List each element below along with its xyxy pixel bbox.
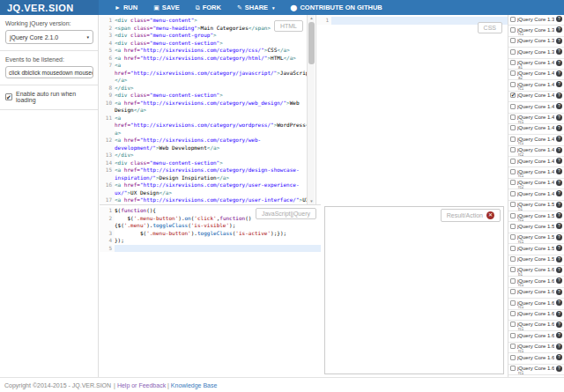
version-info-icon[interactable]: ? bbox=[556, 92, 562, 99]
contribute-github-button[interactable]: ⬤CONTRIBUTE ON GITHUB bbox=[291, 4, 382, 11]
version-info-icon[interactable]: ? bbox=[556, 16, 562, 22]
version-info-icon[interactable]: ? bbox=[556, 300, 562, 306]
version-info-icon[interactable]: ? bbox=[556, 245, 562, 251]
version-info-icon[interactable]: ? bbox=[556, 256, 562, 263]
version-checkbox[interactable] bbox=[510, 278, 516, 284]
version-checkbox[interactable] bbox=[510, 60, 516, 65]
version-item[interactable]: jQuery Core 1.5.1? bbox=[508, 244, 564, 255]
code-line[interactable]: 14<div class="menu-content-section"> bbox=[100, 159, 315, 167]
code-line[interactable]: 13</div> bbox=[100, 152, 315, 159]
version-info-icon[interactable]: ? bbox=[556, 115, 562, 121]
version-info-icon[interactable]: ? bbox=[556, 48, 562, 55]
version-item[interactable]: jQuery Core 1.4.1? bbox=[508, 102, 564, 113]
footer-link-help-or-feedback[interactable]: Help or Feedback bbox=[117, 382, 166, 388]
version-checkbox[interactable] bbox=[510, 82, 516, 87]
version-checkbox[interactable] bbox=[510, 191, 516, 196]
version-item[interactable]: jQuery Core 1.3.0? bbox=[508, 15, 564, 26]
version-item[interactable]: jQuery Core 1.6.3?rc1 bbox=[508, 343, 564, 353]
html-editor-scrollbar[interactable]: ▲ ▼ bbox=[307, 15, 315, 204]
version-checkbox[interactable] bbox=[510, 234, 516, 240]
version-checkbox[interactable] bbox=[510, 213, 516, 218]
code-line[interactable]: 16<a href="http://sixrevisions.com/categ… bbox=[100, 181, 315, 196]
save-button[interactable]: ▣SAVE bbox=[153, 4, 180, 11]
version-checkbox[interactable] bbox=[510, 115, 516, 120]
code-line[interactable]: 5<a href="http://sixrevisions.com/catego… bbox=[100, 47, 315, 55]
version-checkbox[interactable] bbox=[510, 300, 516, 306]
version-item[interactable]: jQuery Core 1.6.3? bbox=[508, 353, 564, 364]
code-line[interactable]: 9<div class="menu-content-section"> bbox=[100, 92, 315, 100]
version-item[interactable]: jQuery Core 1.6.4?rc1 bbox=[508, 365, 564, 375]
version-checkbox[interactable] bbox=[510, 289, 516, 294]
version-info-icon[interactable]: ? bbox=[556, 190, 562, 196]
version-info-icon[interactable]: ? bbox=[556, 332, 562, 338]
code-line[interactable]: 4}); bbox=[100, 237, 321, 245]
version-info-icon[interactable]: ? bbox=[556, 103, 562, 109]
version-checkbox[interactable] bbox=[510, 366, 516, 371]
version-checkbox[interactable] bbox=[510, 246, 516, 251]
share-button[interactable]: ✎SHARE▾ bbox=[237, 4, 275, 11]
version-checkbox[interactable] bbox=[510, 311, 516, 316]
version-info-icon[interactable]: ? bbox=[556, 38, 562, 44]
version-checkbox[interactable] bbox=[510, 322, 516, 327]
version-info-icon[interactable]: ? bbox=[556, 136, 562, 142]
code-line[interactable]: 4<div class="menu-content-section"> bbox=[100, 40, 315, 48]
version-checkbox[interactable] bbox=[510, 125, 516, 130]
code-line[interactable]: 8</div> bbox=[100, 85, 315, 92]
version-checkbox[interactable] bbox=[510, 38, 516, 43]
version-info-icon[interactable]: ? bbox=[556, 147, 562, 153]
version-item[interactable]: jQuery Core 1.4.3?rc2 bbox=[508, 146, 564, 157]
css-code-lines[interactable]: 1 bbox=[316, 17, 508, 204]
version-checkbox[interactable] bbox=[510, 355, 516, 360]
version-item[interactable]: jQuery Core 1.5.0?rc1 bbox=[508, 211, 564, 222]
js-code-lines[interactable]: 1$(function(){2 $('.menu-button').on('cl… bbox=[100, 207, 321, 377]
app-logo[interactable]: JQ.VER.SION bbox=[0, 0, 99, 15]
version-item[interactable]: ✔jQuery Core 1.4.0? bbox=[508, 92, 564, 102]
version-item[interactable]: jQuery Core 1.6.1?rc1 bbox=[508, 299, 564, 309]
version-info-icon[interactable]: ? bbox=[556, 344, 562, 350]
working-version-select[interactable]: jQuery Core 2.1.0 ▾ bbox=[5, 30, 93, 44]
version-item[interactable]: jQuery Core 1.5.1?rc1 bbox=[508, 233, 564, 244]
version-item[interactable]: jQuery Core 1.4.3? bbox=[508, 157, 564, 167]
version-info-icon[interactable]: ? bbox=[556, 125, 562, 131]
version-item[interactable]: jQuery Core 1.6.1? bbox=[508, 310, 564, 321]
code-line[interactable]: 3 $('.menu-button').toggleClass('is-acti… bbox=[100, 230, 321, 238]
version-info-icon[interactable]: ? bbox=[556, 366, 562, 372]
fork-button[interactable]: ⧉FORK bbox=[196, 4, 221, 11]
version-checkbox[interactable] bbox=[510, 169, 516, 174]
code-line[interactable]: 10<a href="http://sixrevisions.com/categ… bbox=[100, 100, 315, 115]
code-line[interactable]: 6<a href="http://sixrevisions.com/catego… bbox=[100, 55, 315, 63]
version-item[interactable]: jQuery Core 1.4.3?rc1 bbox=[508, 135, 564, 145]
version-info-icon[interactable]: ? bbox=[556, 212, 562, 218]
code-line[interactable]: 17<a href="http://sixrevisions.com/categ… bbox=[100, 196, 315, 204]
version-checkbox[interactable] bbox=[510, 344, 516, 349]
version-item[interactable]: jQuery Core 1.5.2? bbox=[508, 255, 564, 266]
version-checkbox[interactable] bbox=[510, 180, 516, 185]
version-item[interactable]: jQuery Core 1.3.2? bbox=[508, 48, 564, 58]
version-info-icon[interactable]: ? bbox=[556, 289, 562, 295]
version-item[interactable]: jQuery Core 1.4.4?rc2 bbox=[508, 179, 564, 189]
version-checkbox[interactable] bbox=[510, 267, 516, 272]
version-info-icon[interactable]: ? bbox=[556, 26, 562, 33]
version-info-icon[interactable]: ? bbox=[556, 223, 562, 229]
version-item[interactable]: jQuery Core 1.5.0? bbox=[508, 222, 564, 233]
version-item[interactable]: jQuery Core 1.6.0?rc1 bbox=[508, 277, 564, 287]
code-line[interactable]: 12<a href="http://sixrevisions.com/categ… bbox=[100, 137, 315, 152]
version-checkbox[interactable] bbox=[510, 49, 516, 55]
run-button[interactable]: ►RUN bbox=[115, 4, 137, 11]
version-item[interactable]: jQuery Core 1.5.0?b1 bbox=[508, 201, 564, 211]
version-info-icon[interactable]: ? bbox=[556, 234, 562, 240]
version-info-icon[interactable]: ? bbox=[556, 180, 562, 186]
version-item[interactable]: jQuery Core 1.4.2? bbox=[508, 124, 564, 135]
version-checkbox[interactable] bbox=[510, 147, 516, 152]
version-item[interactable]: jQuery Core 1.6.0? bbox=[508, 288, 564, 299]
code-line[interactable]: 15<a href="http://sixrevisions.com/categ… bbox=[100, 166, 315, 181]
version-info-icon[interactable]: ? bbox=[556, 311, 562, 317]
version-info-icon[interactable]: ? bbox=[556, 60, 562, 66]
code-line[interactable]: 5 bbox=[100, 245, 321, 253]
autorun-checkbox[interactable]: ✔ bbox=[5, 93, 12, 100]
version-item[interactable]: jQuery Core 1.4.4? bbox=[508, 189, 564, 200]
version-item[interactable]: jQuery Core 1.4.2?rc1 bbox=[508, 114, 564, 124]
version-info-icon[interactable]: ? bbox=[556, 277, 562, 284]
version-info-icon[interactable]: ? bbox=[556, 158, 562, 164]
version-info-icon[interactable]: ? bbox=[556, 322, 562, 328]
